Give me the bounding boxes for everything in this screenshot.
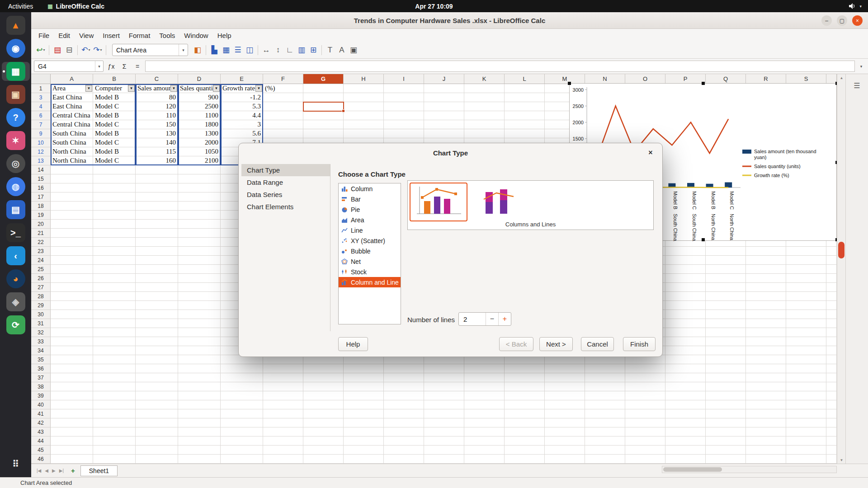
- cell[interactable]: [786, 373, 826, 382]
- cell[interactable]: [136, 355, 178, 364]
- cell[interactable]: [545, 436, 585, 446]
- row-header-6[interactable]: 6: [31, 111, 51, 120]
- row-header-37[interactable]: 37: [31, 373, 51, 382]
- cell[interactable]: [786, 455, 826, 464]
- row-header-28[interactable]: 28: [31, 292, 51, 301]
- cell[interactable]: [706, 364, 746, 373]
- row-header-17[interactable]: 17: [31, 192, 51, 202]
- cell[interactable]: [221, 436, 263, 446]
- cell[interactable]: [51, 202, 93, 211]
- cell[interactable]: [344, 382, 384, 391]
- cell[interactable]: [786, 409, 826, 418]
- cell[interactable]: [263, 120, 303, 129]
- column-header-j[interactable]: J: [424, 74, 464, 84]
- cell[interactable]: [464, 102, 505, 111]
- cell[interactable]: [746, 382, 786, 391]
- close-button[interactable]: ×: [852, 15, 863, 26]
- chart-selection-handle[interactable]: [568, 82, 571, 85]
- cell[interactable]: [303, 120, 344, 129]
- cell[interactable]: [136, 301, 178, 310]
- autofilter-button[interactable]: ▼: [128, 85, 135, 92]
- cell[interactable]: [93, 346, 136, 355]
- cell[interactable]: [625, 427, 665, 436]
- cell[interactable]: [178, 373, 221, 382]
- cell[interactable]: [505, 409, 545, 418]
- cell[interactable]: [178, 382, 221, 391]
- row-header-7[interactable]: 7: [31, 120, 51, 129]
- cell[interactable]: [93, 283, 136, 292]
- cell[interactable]: [424, 111, 464, 120]
- cell[interactable]: [665, 373, 706, 382]
- cell[interactable]: [706, 310, 746, 319]
- y-axis-icon[interactable]: ↕: [272, 44, 284, 56]
- cell[interactable]: [625, 436, 665, 446]
- cell[interactable]: 110: [136, 111, 178, 120]
- cell[interactable]: [136, 373, 178, 382]
- cell[interactable]: [786, 391, 826, 400]
- cell[interactable]: 1050: [178, 147, 221, 156]
- cell[interactable]: [746, 283, 786, 292]
- cell[interactable]: [136, 292, 178, 301]
- cell[interactable]: [464, 418, 505, 427]
- cell[interactable]: [625, 391, 665, 400]
- cell[interactable]: [665, 319, 706, 328]
- cell[interactable]: [178, 346, 221, 355]
- cell[interactable]: [505, 111, 545, 120]
- cell[interactable]: [178, 355, 221, 364]
- row-header-30[interactable]: 30: [31, 310, 51, 319]
- cell[interactable]: [93, 455, 136, 464]
- dialog-nav-chart-elements[interactable]: Chart Elements: [241, 201, 330, 213]
- cell[interactable]: [706, 319, 746, 328]
- undo-icon[interactable]: ↶▾: [80, 44, 92, 56]
- row-header-32[interactable]: 32: [31, 328, 51, 337]
- cell[interactable]: [51, 427, 93, 436]
- cell[interactable]: [746, 346, 786, 355]
- cell[interactable]: Computer▼: [93, 84, 136, 93]
- cell[interactable]: [505, 373, 545, 382]
- cell[interactable]: [505, 129, 545, 138]
- cell[interactable]: [424, 382, 464, 391]
- cell[interactable]: [746, 355, 786, 364]
- camera-icon[interactable]: ◎: [2, 154, 30, 173]
- cell[interactable]: [51, 183, 93, 192]
- cell[interactable]: [93, 328, 136, 337]
- cell[interactable]: [786, 355, 826, 364]
- cell[interactable]: [303, 391, 344, 400]
- cell[interactable]: [746, 455, 786, 464]
- cell[interactable]: [545, 418, 585, 427]
- row-header-41[interactable]: 41: [31, 409, 51, 418]
- cell[interactable]: [93, 265, 136, 274]
- cell[interactable]: [93, 301, 136, 310]
- cell[interactable]: [93, 229, 136, 238]
- cell[interactable]: [665, 310, 706, 319]
- scale-text-icon[interactable]: A: [336, 44, 348, 56]
- cell[interactable]: [263, 129, 303, 138]
- cell[interactable]: [505, 436, 545, 446]
- cell[interactable]: [746, 310, 786, 319]
- cell[interactable]: [51, 310, 93, 319]
- cell[interactable]: [178, 256, 221, 265]
- row-header-25[interactable]: 25: [31, 265, 51, 274]
- cell[interactable]: [178, 319, 221, 328]
- cell[interactable]: [786, 364, 826, 373]
- cell[interactable]: [344, 364, 384, 373]
- cell[interactable]: North China: [51, 147, 93, 156]
- sheet-tab-sheet1[interactable]: Sheet1: [80, 465, 118, 476]
- cell[interactable]: [93, 202, 136, 211]
- chart-type-net[interactable]: Net: [339, 256, 401, 267]
- cell[interactable]: [665, 256, 706, 265]
- cell[interactable]: Model C: [93, 156, 136, 165]
- cell[interactable]: [178, 238, 221, 247]
- cell[interactable]: [344, 427, 384, 436]
- cell[interactable]: [263, 93, 303, 102]
- cell[interactable]: [136, 220, 178, 229]
- sheet-nav-icon-3[interactable]: ▶|: [57, 468, 66, 473]
- cell[interactable]: [464, 436, 505, 446]
- package-manager-icon[interactable]: ▣: [2, 85, 30, 104]
- cell[interactable]: [706, 409, 746, 418]
- cell[interactable]: [505, 102, 545, 111]
- increment-icon[interactable]: +: [498, 313, 511, 325]
- column-header-s[interactable]: S: [786, 74, 826, 84]
- cell[interactable]: [136, 229, 178, 238]
- export-pdf-icon[interactable]: ▤: [52, 44, 63, 56]
